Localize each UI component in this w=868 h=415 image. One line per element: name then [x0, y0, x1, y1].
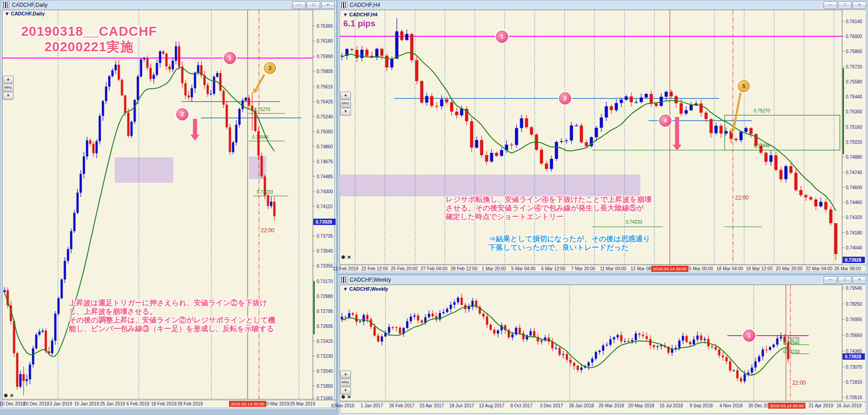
chart-client-area[interactable] — [340, 284, 866, 414]
window-title: CADCHF,Weekly — [350, 277, 391, 283]
chart-icon — [2, 2, 10, 8]
minimize-button[interactable]: — — [292, 1, 306, 9]
scroll-up-button[interactable]: ▲ — [340, 92, 351, 99]
expert-advisor-icon[interactable]: ✱ — [341, 254, 345, 260]
restore-button[interactable]: □ — [838, 276, 852, 284]
window-title: CADCHF,Daily — [12, 2, 48, 8]
chart-icon — [340, 2, 347, 8]
chart-client-area[interactable] — [340, 10, 866, 272]
trade-review-title[interactable]: 20190318__CADCHF20200221実施 — [11, 24, 167, 54]
symbol-label-weekly[interactable]: ▼ CADCHF,Weekly — [343, 286, 388, 292]
chart-client-area[interactable] — [2, 10, 335, 408]
close-object-icon[interactable]: ✕ — [347, 394, 351, 400]
scroll-down-button[interactable]: ▼ — [3, 92, 14, 100]
symbol-label-h4[interactable]: ▼ CADCHF,H4 — [343, 12, 377, 17]
title-bar[interactable]: CADCHF,Weekly — □ × — [340, 276, 866, 284]
scroll-up-button[interactable]: ▲ — [3, 76, 14, 83]
chart-window-daily: CADCHF,Daily — □ × — [0, 0, 336, 410]
minimize-button[interactable]: — — [824, 276, 837, 284]
title-bar[interactable]: CADCHF,H4 — □ × — [340, 1, 866, 9]
timeframe-nav: ▲MN1▼ — [340, 371, 351, 395]
chart-icon — [340, 277, 347, 283]
scroll-down-button[interactable]: ▼ — [340, 108, 351, 116]
close-button[interactable]: × — [853, 276, 866, 284]
chart-corner-tools: ✱✕ — [4, 393, 14, 399]
minimize-button[interactable]: — — [824, 1, 837, 9]
close-button[interactable]: × — [321, 1, 335, 9]
scroll-up-button[interactable]: ▲ — [340, 371, 351, 378]
h4-analysis-note[interactable]: レジサポ転換し、安値ライン④を下抜けたことで上昇波を崩壊させる。その後安値ライン… — [446, 195, 652, 221]
window-title: CADCHF,H4 — [350, 2, 380, 8]
scroll-down-button[interactable]: ▼ — [340, 387, 351, 395]
title-bar[interactable]: CADCHF,Daily — □ × — [2, 1, 335, 9]
chart-corner-tools: ✱✕ — [341, 394, 351, 400]
timeframe-mn1-button[interactable]: MN1 — [3, 84, 14, 92]
daily-analysis-note[interactable]: 上昇波は週足トリガーに押さえられ、安値ライン②を下抜けし、上昇波を崩壊させる。そ… — [69, 298, 275, 333]
restore-button[interactable]: □ — [307, 1, 320, 9]
timeframe-nav: ▲MN1▼ — [340, 92, 351, 116]
mt4-workspace: CADCHF,Daily — □ × CADCHF,H4 — □ × CADCH… — [0, 0, 868, 415]
pips-result-label: 6.1 pips — [343, 19, 375, 29]
symbol-label-daily[interactable]: ▼ CADCHF,Daily — [5, 11, 45, 16]
expert-advisor-icon[interactable]: ✱ — [4, 393, 8, 399]
chart-window-weekly: CADCHF,Weekly — □ × — [338, 275, 868, 415]
close-object-icon[interactable]: ✕ — [10, 393, 14, 399]
close-object-icon[interactable]: ✕ — [347, 254, 351, 260]
close-button[interactable]: × — [853, 1, 866, 9]
timeframe-mn1-button[interactable]: MN1 — [340, 100, 351, 107]
timeframe-mn1-button[interactable]: MN1 — [340, 379, 351, 386]
restore-button[interactable]: □ — [838, 1, 852, 9]
timeframe-nav: ▲MN1▼ — [3, 76, 14, 100]
expert-advisor-icon[interactable]: ✱ — [341, 394, 345, 400]
h4-result-note[interactable]: ⇒結果として損切になったが、その後は思惑通り下落していったので、良いトレードだっ… — [488, 234, 650, 252]
chart-corner-tools: ✱✕ — [341, 254, 351, 260]
chart-window-h4: CADCHF,H4 — □ × — [338, 0, 868, 274]
